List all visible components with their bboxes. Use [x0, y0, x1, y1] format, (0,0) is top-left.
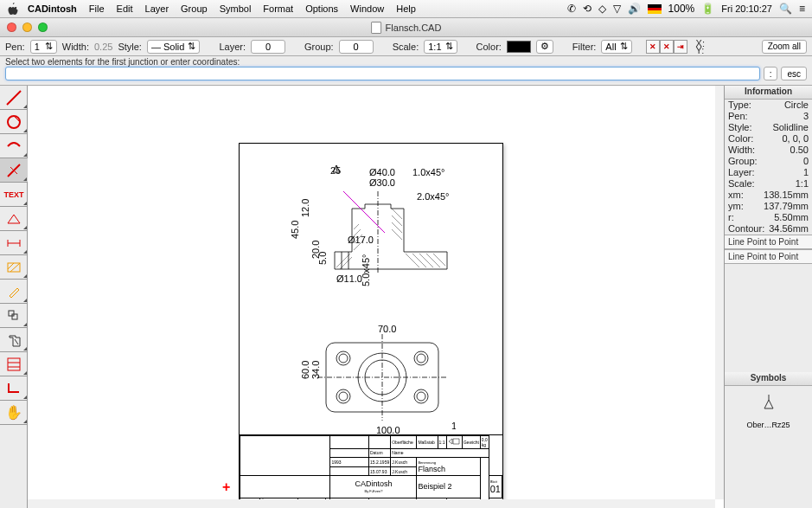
delete-tool[interactable]	[0, 328, 28, 352]
battery-icon[interactable]: 🔋	[701, 3, 714, 15]
menu-group[interactable]: Group	[181, 3, 208, 14]
svg-line-14	[15, 339, 18, 344]
svg-point-55	[417, 354, 425, 363]
menu-window[interactable]: Window	[350, 3, 384, 14]
symbol-tool[interactable]	[0, 304, 28, 328]
svg-text:1.0x45°: 1.0x45°	[412, 167, 444, 177]
svg-line-30	[419, 254, 433, 267]
trim-tool[interactable]	[0, 158, 28, 183]
dropdown-icon[interactable]: ◇	[598, 3, 606, 15]
style-select[interactable]: — Solid ⇅	[147, 40, 201, 54]
svg-line-28	[406, 254, 419, 267]
snap-btn-1[interactable]: ✕	[646, 40, 660, 54]
svg-text:12.0: 12.0	[300, 199, 310, 217]
zoom-all-button[interactable]: Zoom all	[762, 40, 807, 54]
menu-bar: CADintosh File Edit Layer Group Symbol F…	[0, 0, 812, 18]
svg-line-27	[392, 229, 402, 240]
horizontal-scrollbar[interactable]	[28, 499, 715, 508]
filter-label: Filter:	[572, 42, 597, 52]
svg-point-54	[414, 351, 428, 365]
info-panel: Information Type:CirclePen:3Style:Solidl…	[724, 86, 812, 508]
scale-select[interactable]: 1:1 ⇅	[424, 40, 457, 54]
svg-point-52	[336, 351, 350, 365]
menu-layer[interactable]: Layer	[145, 3, 169, 14]
window-zoom-button[interactable]	[38, 23, 48, 32]
spotlight-icon[interactable]: 🔍	[779, 3, 792, 15]
snap-btn-3[interactable]: ⇥	[674, 40, 687, 54]
pen-field[interactable]: 1⇅	[30, 40, 57, 54]
text-tool[interactable]: TEXT	[0, 183, 28, 207]
info-row: r:5.50mm	[725, 212, 812, 223]
clock[interactable]: Fri 20:10:27	[721, 3, 772, 14]
circle-tool[interactable]	[0, 110, 28, 134]
filter-select[interactable]: All ⇅	[601, 40, 631, 54]
fill-tool[interactable]	[0, 352, 28, 376]
apple-icon[interactable]	[7, 3, 19, 15]
settings-icon[interactable]: ⚙	[536, 40, 553, 54]
menu-edit[interactable]: Edit	[117, 3, 133, 14]
svg-point-53	[339, 354, 348, 363]
app-name[interactable]: CADintosh	[28, 3, 77, 14]
snap-btn-2[interactable]: ✕	[660, 40, 674, 54]
style-label: Style:	[118, 42, 142, 52]
rect-tool[interactable]	[0, 207, 28, 231]
svg-text:Ø40.0: Ø40.0	[369, 167, 395, 177]
svg-text:5.0: 5.0	[317, 252, 328, 265]
flag-icon[interactable]	[648, 4, 662, 14]
menu-format[interactable]: Format	[263, 3, 293, 14]
pan-tool[interactable]: ✋	[0, 401, 28, 425]
line-tool[interactable]	[0, 86, 28, 110]
menu-help[interactable]: Help	[396, 3, 416, 14]
info-panel-title: Information	[725, 86, 812, 100]
info-row: ym:137.79mm	[725, 201, 812, 212]
svg-line-25	[392, 215, 402, 226]
svg-text:2.0x45°: 2.0x45°	[417, 191, 449, 202]
color-swatch[interactable]	[507, 41, 531, 53]
battery-text[interactable]: 100%	[668, 3, 695, 15]
info-section-2[interactable]: Line Point to Point	[725, 249, 812, 264]
info-section-1[interactable]: Line Point to Point	[725, 235, 812, 249]
group-field[interactable]: 0	[339, 40, 374, 54]
layer-label: Layer:	[219, 42, 246, 52]
svg-line-26	[392, 222, 402, 233]
phone-icon[interactable]: ✆	[567, 3, 576, 15]
scale-label: Scale:	[393, 42, 419, 52]
svg-line-31	[426, 254, 440, 267]
menu-symbol[interactable]: Symbol	[220, 3, 252, 14]
run-button[interactable]: :	[764, 67, 778, 80]
vertical-scrollbar[interactable]	[715, 86, 724, 499]
document-icon	[371, 22, 381, 34]
svg-line-11	[10, 263, 20, 272]
wifi-icon[interactable]: ▽	[613, 3, 621, 15]
volume-icon[interactable]: 🔊	[628, 3, 641, 15]
hatch-tool[interactable]	[0, 255, 28, 280]
drawing-page: 25 Ø40.0 1.0x45° Ø30.0 2.0x45° 12.0 45.0…	[239, 143, 503, 506]
menu-options[interactable]: Options	[305, 3, 338, 14]
window-close-button[interactable]	[7, 23, 16, 32]
dimension-tool[interactable]	[0, 231, 28, 255]
menu-file[interactable]: File	[89, 3, 105, 14]
svg-text:5.0x45°: 5.0x45°	[361, 254, 371, 286]
svg-line-36	[343, 191, 385, 233]
layer-field[interactable]: 0	[251, 40, 285, 54]
svg-text:Ø11.0: Ø11.0	[336, 273, 362, 284]
edit-tool[interactable]	[0, 280, 28, 304]
notifications-icon[interactable]: ≡	[799, 3, 805, 15]
canvas[interactable]: 25 Ø40.0 1.0x45° Ø30.0 2.0x45° 12.0 45.0…	[28, 86, 724, 508]
width-label: Width:	[62, 42, 89, 52]
esc-button[interactable]: esc	[781, 67, 807, 80]
cursor-crosshair: +	[222, 479, 230, 495]
info-row: Type:Circle	[725, 100, 812, 111]
corner-tool[interactable]	[0, 376, 28, 401]
width-value: 0.25	[94, 42, 112, 52]
color-label: Color:	[476, 42, 502, 52]
toolbar: Pen: 1⇅ Width: 0.25 Style: — Solid ⇅ Lay…	[0, 37, 812, 56]
title-bar: Flansch.CAD	[0, 18, 812, 37]
symbol-preview[interactable]	[756, 393, 782, 414]
svg-rect-15	[8, 358, 20, 370]
window-minimize-button[interactable]	[22, 23, 32, 32]
symbols-panel-title: Symbols	[725, 372, 812, 386]
arc-tool[interactable]	[0, 134, 28, 158]
sync-icon[interactable]: ⟲	[583, 3, 591, 15]
command-input[interactable]	[5, 67, 760, 80]
